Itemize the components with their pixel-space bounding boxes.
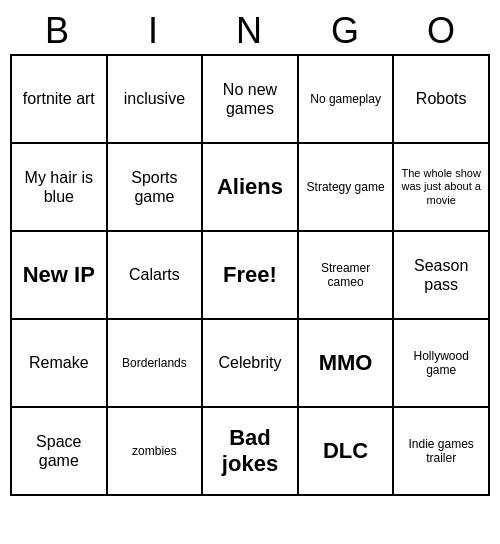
cell-text-24: Indie games trailer: [398, 437, 484, 466]
cell-text-17: Celebrity: [218, 353, 281, 372]
cell-text-5: My hair is blue: [16, 168, 102, 206]
cell-text-7: Aliens: [217, 174, 283, 200]
cell-text-9: The whole show was just about a movie: [398, 167, 484, 207]
bingo-cell-14[interactable]: Season pass: [394, 232, 490, 320]
cell-text-2: No new games: [207, 80, 293, 118]
bingo-header: BINGO: [10, 8, 490, 54]
bingo-cell-1[interactable]: inclusive: [108, 56, 204, 144]
bingo-cell-12[interactable]: Free!: [203, 232, 299, 320]
header-letter-N: N: [202, 8, 298, 54]
bingo-cell-21[interactable]: zombies: [108, 408, 204, 496]
bingo-cell-24[interactable]: Indie games trailer: [394, 408, 490, 496]
bingo-cell-22[interactable]: Bad jokes: [203, 408, 299, 496]
cell-text-22: Bad jokes: [207, 425, 293, 478]
bingo-cell-5[interactable]: My hair is blue: [12, 144, 108, 232]
cell-text-23: DLC: [323, 438, 368, 464]
cell-text-13: Streamer cameo: [303, 261, 389, 290]
bingo-cell-7[interactable]: Aliens: [203, 144, 299, 232]
cell-text-19: Hollywood game: [398, 349, 484, 378]
cell-text-4: Robots: [416, 89, 467, 108]
cell-text-14: Season pass: [398, 256, 484, 294]
bingo-cell-13[interactable]: Streamer cameo: [299, 232, 395, 320]
bingo-cell-20[interactable]: Space game: [12, 408, 108, 496]
bingo-cell-19[interactable]: Hollywood game: [394, 320, 490, 408]
header-letter-G: G: [298, 8, 394, 54]
bingo-card: BINGO fortnite artinclusiveNo new gamesN…: [10, 8, 490, 496]
header-letter-O: O: [394, 8, 490, 54]
cell-text-21: zombies: [132, 444, 177, 458]
cell-text-15: Remake: [29, 353, 89, 372]
bingo-cell-4[interactable]: Robots: [394, 56, 490, 144]
bingo-grid: fortnite artinclusiveNo new gamesNo game…: [10, 54, 490, 496]
bingo-cell-6[interactable]: Sports game: [108, 144, 204, 232]
cell-text-18: MMO: [319, 350, 373, 376]
cell-text-6: Sports game: [112, 168, 198, 206]
bingo-cell-8[interactable]: Strategy game: [299, 144, 395, 232]
cell-text-10: New IP: [23, 262, 95, 288]
bingo-cell-2[interactable]: No new games: [203, 56, 299, 144]
cell-text-11: Calarts: [129, 265, 180, 284]
bingo-cell-10[interactable]: New IP: [12, 232, 108, 320]
cell-text-1: inclusive: [124, 89, 185, 108]
cell-text-8: Strategy game: [307, 180, 385, 194]
bingo-cell-15[interactable]: Remake: [12, 320, 108, 408]
cell-text-16: Borderlands: [122, 356, 187, 370]
bingo-cell-11[interactable]: Calarts: [108, 232, 204, 320]
cell-text-12: Free!: [223, 262, 277, 288]
header-letter-B: B: [10, 8, 106, 54]
bingo-cell-9[interactable]: The whole show was just about a movie: [394, 144, 490, 232]
header-letter-I: I: [106, 8, 202, 54]
bingo-cell-16[interactable]: Borderlands: [108, 320, 204, 408]
bingo-cell-3[interactable]: No gameplay: [299, 56, 395, 144]
cell-text-20: Space game: [16, 432, 102, 470]
bingo-cell-17[interactable]: Celebrity: [203, 320, 299, 408]
cell-text-3: No gameplay: [310, 92, 381, 106]
bingo-cell-23[interactable]: DLC: [299, 408, 395, 496]
bingo-cell-0[interactable]: fortnite art: [12, 56, 108, 144]
bingo-cell-18[interactable]: MMO: [299, 320, 395, 408]
cell-text-0: fortnite art: [23, 89, 95, 108]
